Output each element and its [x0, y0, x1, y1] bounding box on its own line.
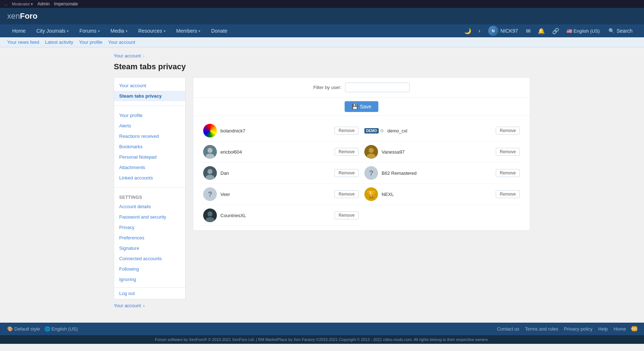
svg-point-7 [207, 169, 213, 174]
sidebar-item-ignoring[interactable]: Ignoring [114, 274, 185, 285]
filter-input[interactable] [345, 83, 410, 92]
footer-privacy[interactable]: Privacy policy [564, 326, 592, 332]
footer-links: Contact us Terms and rules Privacy polic… [497, 326, 637, 332]
footer-style: 🎨 Default style 🌐 English (US) [7, 326, 78, 332]
sidebar-item-steam-tabs[interactable]: Steam tabs privacy [114, 91, 185, 101]
footer-style-link[interactable]: 🎨 Default style [7, 326, 40, 332]
media-caret: ▾ [126, 29, 127, 33]
subnav-your-account[interactable]: Your account [108, 39, 135, 45]
remove-button[interactable]: Remove [335, 211, 359, 219]
sidebar-item-your-account[interactable]: Your account [114, 80, 185, 91]
sidebar-logout[interactable]: Log out [114, 287, 185, 299]
rss-icon[interactable]: RSS [632, 326, 637, 331]
site-footer: 🎨 Default style 🌐 English (US) Contact u… [0, 323, 644, 335]
sidebar-divider-1 [114, 106, 185, 106]
remove-button[interactable]: Remove [335, 148, 359, 156]
users-grid: bolandnick7 Remove DEMO ⊙ demo_cxl Remov… [193, 116, 530, 230]
nav-donate[interactable]: Donate [206, 24, 232, 37]
footer-language-label: English (US) [52, 326, 78, 332]
logo-foro: Foro [20, 11, 37, 20]
window-dots: ... [4, 2, 8, 6]
table-row: CountriesXL Remove [200, 205, 361, 226]
page-title: Steam tabs privacy [114, 62, 530, 71]
sidebar-item-preferences[interactable]: Preferences [114, 233, 185, 243]
sidebar-item-personal-notepad[interactable]: Personal Notepad [114, 152, 185, 162]
nav-home[interactable]: Home [7, 24, 31, 37]
avatar [364, 145, 378, 159]
table-row: ? B62 Remastered Remove [361, 163, 523, 184]
sidebar-section-top: Your account Steam tabs privacy [114, 78, 185, 104]
impersonate-link[interactable]: Impersonate [54, 1, 78, 6]
save-button[interactable]: 💾 Save [345, 101, 379, 112]
remove-button[interactable]: Remove [496, 127, 520, 135]
sidebar-item-your-profile[interactable]: Your profile [114, 110, 185, 121]
forward-button[interactable]: › [476, 25, 483, 36]
main-panel: Filter by user: 💾 Save bolandnick7 Remov… [193, 77, 530, 231]
admin-link[interactable]: Admin [37, 1, 50, 6]
remove-button[interactable]: Remove [335, 169, 359, 177]
footer-terms[interactable]: Terms and rules [525, 326, 558, 332]
language-selector[interactable]: 🇺🇸 English (US) [564, 27, 603, 35]
table-row: Vanessa97 Remove [361, 141, 523, 163]
save-label: Save [360, 104, 372, 109]
footer-home[interactable]: Home [613, 326, 626, 332]
sidebar-item-following[interactable]: Following [114, 264, 185, 274]
sidebar-item-password-security[interactable]: Password and security [114, 212, 185, 222]
sidebar-item-attachments[interactable]: Attachments [114, 162, 185, 173]
user-badge[interactable]: N NICK97 [485, 24, 522, 37]
nav-resources[interactable]: Resources ▾ [133, 24, 171, 37]
footer-help[interactable]: Help [598, 326, 608, 332]
breadcrumb: Your account › [114, 53, 530, 58]
remove-button[interactable]: Remove [496, 169, 520, 177]
remove-button[interactable]: Remove [496, 148, 520, 156]
breadcrumb-parent[interactable]: Your account [114, 53, 141, 58]
moderator-button[interactable]: Moderator ▾ [12, 2, 33, 6]
username: NICK97 [500, 28, 518, 34]
search-label: Search [617, 28, 633, 34]
sidebar-item-privacy[interactable]: Privacy [114, 222, 185, 233]
sidebar-divider-2 [114, 187, 185, 188]
footer-breadcrumb-parent[interactable]: Your account [114, 303, 141, 308]
alerts-icon[interactable]: 🔔 [535, 25, 548, 37]
footer-style-label: Default style [14, 326, 40, 332]
demo-badge: DEMO [364, 128, 379, 134]
subnav-your-profile[interactable]: Your profile [79, 39, 102, 45]
subnav-news-feed[interactable]: Your news feed [7, 39, 39, 45]
messages-icon[interactable]: ✉ [523, 25, 533, 37]
user-name: Veer [220, 192, 331, 197]
remove-button[interactable]: Remove [496, 190, 520, 198]
filter-label: Filter by user: [313, 85, 342, 90]
sidebar-item-reactions[interactable]: Reactions received [114, 131, 185, 141]
table-row: ericbol604 Remove [200, 141, 361, 163]
demo-icon: ⊙ [380, 128, 384, 133]
sidebar-item-account-details[interactable]: Account details [114, 201, 185, 212]
user-name: demo_cxl [387, 128, 492, 134]
theme-toggle-button[interactable]: 🌙 [461, 25, 474, 37]
avatar [203, 209, 217, 222]
footer-language-link[interactable]: 🌐 English (US) [45, 326, 78, 332]
logo[interactable]: xenForo [7, 11, 37, 21]
nav-city-journals[interactable]: City Journals ▾ [31, 24, 74, 37]
nav-forums[interactable]: Forums ▾ [74, 24, 104, 37]
sidebar-item-linked-accounts[interactable]: Linked accounts [114, 173, 185, 183]
nav-right: 🌙 › N NICK97 ✉ 🔔 🔗 🇺🇸 English (US) 🔍 Sea… [461, 24, 637, 37]
remove-button[interactable]: Remove [335, 127, 359, 135]
footer-copyright: Forum software by XenForo® © 2010-2021 X… [0, 335, 644, 344]
table-row: Dan Remove [200, 163, 361, 184]
sidebar-item-connected-accounts[interactable]: Connected accounts [114, 253, 185, 264]
search-button[interactable]: 🔍 Search [604, 26, 637, 36]
logo-xen: xen [7, 11, 20, 20]
user-name: bolandnick7 [220, 128, 331, 134]
remove-button[interactable]: Remove [335, 190, 359, 198]
nav-members[interactable]: Members ▾ [171, 24, 205, 37]
subnav-latest-activity[interactable]: Latest activity [45, 39, 73, 45]
copyright-text: Forum software by XenForo® © 2010-2021 X… [155, 337, 489, 342]
city-journals-caret: ▾ [67, 29, 69, 33]
sidebar-item-alerts[interactable]: Alerts [114, 121, 185, 131]
sidebar-item-signature[interactable]: Signature [114, 243, 185, 253]
sidebar: Your account Steam tabs privacy Your pro… [114, 77, 186, 299]
footer-contact[interactable]: Contact us [497, 326, 519, 332]
nav-media[interactable]: Media ▾ [106, 24, 132, 37]
sidebar-item-bookmarks[interactable]: Bookmarks [114, 141, 185, 152]
link-icon[interactable]: 🔗 [549, 25, 562, 37]
